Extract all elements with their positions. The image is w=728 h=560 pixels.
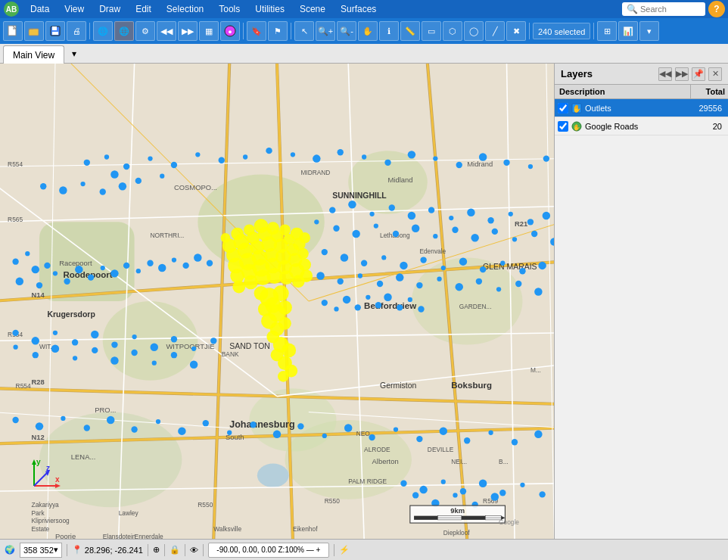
svg-point-281 — [84, 425, 90, 431]
color-btn[interactable]: ● — [220, 21, 240, 41]
globe-btn2[interactable]: 🌐 — [114, 21, 134, 41]
svg-text:SUNNINGHILL: SUNNINGHILL — [332, 191, 387, 200]
select-poly[interactable]: ⬡ — [443, 21, 462, 41]
zoom-out-tool[interactable]: 🔍- — [337, 21, 356, 41]
svg-point-176 — [384, 160, 390, 166]
menu-tools[interactable]: Tools — [211, 0, 247, 18]
back-btn[interactable]: ◀◀ — [157, 21, 176, 41]
svg-point-216 — [509, 212, 513, 216]
svg-point-301 — [400, 481, 406, 487]
layer-checkbox-outlets[interactable] — [558, 103, 568, 114]
svg-text:x: x — [55, 475, 60, 484]
tab-dropdown[interactable]: ▾ — [67, 47, 81, 61]
svg-point-234 — [361, 260, 367, 266]
layers-panel: Layers ◀◀ ▶▶ 📌 ✕ Description Total ✋ Out… — [554, 64, 728, 539]
svg-point-278 — [12, 417, 18, 423]
more-btn[interactable]: ▾ — [639, 21, 659, 41]
layer-row-roads[interactable]: ✋ Google Roads 20 — [555, 117, 728, 135]
table-btn[interactable]: ⊞ — [597, 21, 617, 41]
menu-draw[interactable]: Draw — [92, 0, 128, 18]
svg-text:GLEN MARAIS: GLEN MARAIS — [483, 263, 537, 271]
svg-text:R554: R554 — [8, 160, 23, 168]
settings-btn[interactable]: ⚙ — [135, 21, 155, 41]
svg-point-180 — [479, 153, 487, 160]
menu-scene[interactable]: Scene — [292, 0, 333, 18]
print-button[interactable]: 🖨 — [67, 21, 86, 41]
svg-point-207 — [329, 207, 335, 213]
search-input[interactable] — [640, 5, 701, 14]
svg-point-178 — [433, 156, 437, 160]
svg-point-213 — [449, 216, 453, 220]
svg-point-241 — [500, 261, 505, 266]
statusbar: 🌍 358 352 ▾ 📍 28.296; -26.241 ⊕ 🔒 👁 -90.… — [0, 539, 728, 560]
layers-collapse-left[interactable]: ◀◀ — [658, 67, 672, 81]
svg-point-205 — [194, 254, 201, 261]
save-button[interactable] — [45, 21, 65, 41]
menu-surfaces[interactable]: Surfaces — [333, 0, 384, 18]
svg-point-271 — [73, 356, 77, 360]
select-circle[interactable]: ◯ — [464, 21, 484, 41]
bookmark-btn[interactable]: 🔖 — [247, 21, 266, 41]
svg-point-313 — [491, 493, 499, 500]
svg-text:R21: R21 — [515, 219, 527, 228]
svg-text:Boksburg: Boksburg — [451, 381, 492, 390]
layer-checkbox-roads[interactable] — [558, 121, 568, 132]
open-button[interactable] — [24, 21, 44, 41]
svg-point-183 — [543, 155, 549, 161]
measure-tool[interactable]: 📏 — [400, 21, 420, 41]
svg-point-196 — [88, 274, 94, 280]
pan-tool[interactable]: ✋ — [358, 21, 378, 41]
svg-point-263 — [132, 334, 136, 339]
grid-btn[interactable]: ▦ — [199, 21, 219, 41]
svg-point-296 — [440, 427, 447, 434]
svg-point-215 — [487, 217, 493, 223]
svg-point-191 — [16, 278, 23, 285]
menu-view[interactable]: View — [57, 0, 92, 18]
svg-text:Eikenhof: Eikenhof — [293, 525, 318, 533]
layers-close[interactable]: ✕ — [708, 67, 722, 81]
export-btn[interactable]: 📊 — [618, 21, 638, 41]
menubar: AB Data View Draw Edit Selection Tools U… — [0, 0, 728, 18]
menu-utilities[interactable]: Utilities — [247, 0, 292, 18]
zoom-in-tool[interactable]: 🔍+ — [316, 21, 335, 41]
select-tool[interactable]: ↖ — [294, 21, 314, 41]
flag-btn[interactable]: ⚑ — [268, 21, 288, 41]
select-line[interactable]: ╱ — [485, 21, 505, 41]
svg-text:N12: N12 — [32, 433, 45, 441]
svg-point-308 — [539, 491, 545, 497]
gps-status: ⊕ — [153, 545, 160, 555]
svg-point-185 — [135, 178, 142, 184]
tab-main-view[interactable]: Main View — [3, 45, 64, 64]
layers-collapse-right[interactable]: ▶▶ — [675, 67, 689, 81]
deselect-tool[interactable]: ✖ — [506, 21, 526, 41]
forward-btn[interactable]: ▶▶ — [178, 21, 198, 41]
status-sep3 — [164, 544, 165, 556]
svg-point-257 — [12, 330, 18, 336]
new-button[interactable] — [3, 21, 23, 41]
globe-btn1[interactable]: 🌐 — [93, 21, 113, 41]
svg-text:NEI...: NEI... — [451, 458, 467, 465]
svg-text:Google: Google — [499, 518, 519, 526]
svg-text:SAND TON: SAND TON — [229, 342, 270, 350]
svg-text:MIDRAND: MIDRAND — [300, 169, 330, 176]
menu-selection[interactable]: Selection — [159, 0, 211, 18]
help-button[interactable]: ? — [708, 1, 725, 17]
svg-text:LENA...: LENA... — [71, 453, 95, 461]
svg-point-319 — [322, 300, 328, 306]
layers-pin[interactable]: 📌 — [692, 67, 705, 81]
menu-data[interactable]: Data — [23, 0, 57, 18]
menu-edit[interactable]: Edit — [128, 0, 159, 18]
record-dropdown[interactable]: 358 352 ▾ — [20, 543, 62, 558]
layer-row-outlets[interactable]: ✋ Outlets 29556 — [555, 99, 728, 117]
svg-point-269 — [33, 352, 39, 358]
svg-rect-5 — [52, 26, 57, 30]
identify-tool[interactable]: ℹ — [379, 21, 399, 41]
svg-point-259 — [53, 331, 58, 335]
view-info: -90.00, 0.00, 0.00 Z:100% — + — [208, 543, 329, 558]
svg-text:N14: N14 — [32, 291, 45, 299]
select-rect[interactable]: ▭ — [422, 21, 441, 41]
svg-point-230 — [531, 231, 537, 237]
svg-text:PALM RIDGE: PALM RIDGE — [348, 478, 387, 485]
map-container[interactable]: R28 N14 N12 R21 R554 R554 R565 Roodepoor… — [0, 64, 554, 539]
svg-point-214 — [467, 209, 474, 216]
